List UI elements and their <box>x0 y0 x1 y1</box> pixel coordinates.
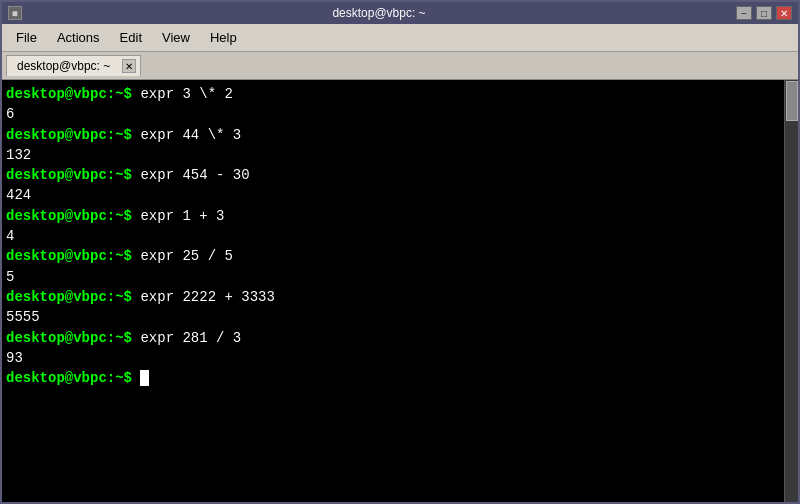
window-icon: ■ <box>8 6 22 20</box>
prompt-2: desktop@vbpc:~$ <box>6 127 132 143</box>
tab-close-button[interactable]: ✕ <box>122 59 136 73</box>
menu-help[interactable]: Help <box>200 28 247 47</box>
title-bar: ■ desktop@vbpc: ~ − □ ✕ <box>2 2 798 24</box>
output-2: 132 <box>6 145 794 165</box>
terminal-line-4: desktop@vbpc:~$ expr 1 + 3 <box>6 206 794 226</box>
tab-bar: desktop@vbpc: ~ ✕ <box>2 52 798 80</box>
prompt-4: desktop@vbpc:~$ <box>6 208 132 224</box>
terminal-area[interactable]: desktop@vbpc:~$ expr 3 \* 2 6 desktop@vb… <box>2 80 798 502</box>
scrollbar-thumb[interactable] <box>786 81 798 121</box>
menu-view[interactable]: View <box>152 28 200 47</box>
close-button[interactable]: ✕ <box>776 6 792 20</box>
scrollbar[interactable] <box>784 80 798 502</box>
prompt-5: desktop@vbpc:~$ <box>6 248 132 264</box>
output-7: 93 <box>6 348 794 368</box>
prompt-6: desktop@vbpc:~$ <box>6 289 132 305</box>
output-5: 5 <box>6 267 794 287</box>
menu-file[interactable]: File <box>6 28 47 47</box>
window-title: desktop@vbpc: ~ <box>22 6 736 20</box>
terminal-cursor <box>140 370 149 386</box>
terminal-window: ■ desktop@vbpc: ~ − □ ✕ File Actions Edi… <box>0 0 800 504</box>
terminal-line-2: desktop@vbpc:~$ expr 44 \* 3 <box>6 125 794 145</box>
window-controls: − □ ✕ <box>736 6 792 20</box>
terminal-line-current: desktop@vbpc:~$ <box>6 368 794 388</box>
terminal-line-1: desktop@vbpc:~$ expr 3 \* 2 <box>6 84 794 104</box>
output-6: 5555 <box>6 307 794 327</box>
terminal-line-5: desktop@vbpc:~$ expr 25 / 5 <box>6 246 794 266</box>
output-4: 4 <box>6 226 794 246</box>
output-3: 424 <box>6 185 794 205</box>
terminal-output: desktop@vbpc:~$ expr 3 \* 2 6 desktop@vb… <box>6 84 794 388</box>
menu-bar: File Actions Edit View Help <box>2 24 798 52</box>
minimize-button[interactable]: − <box>736 6 752 20</box>
prompt-1: desktop@vbpc:~$ <box>6 86 132 102</box>
tab-title: desktop@vbpc: ~ <box>17 59 110 73</box>
maximize-button[interactable]: □ <box>756 6 772 20</box>
prompt-current: desktop@vbpc:~$ <box>6 370 132 386</box>
prompt-7: desktop@vbpc:~$ <box>6 330 132 346</box>
terminal-tab[interactable]: desktop@vbpc: ~ ✕ <box>6 55 141 76</box>
terminal-line-3: desktop@vbpc:~$ expr 454 - 30 <box>6 165 794 185</box>
menu-edit[interactable]: Edit <box>110 28 152 47</box>
output-1: 6 <box>6 104 794 124</box>
prompt-3: desktop@vbpc:~$ <box>6 167 132 183</box>
menu-actions[interactable]: Actions <box>47 28 110 47</box>
terminal-line-6: desktop@vbpc:~$ expr 2222 + 3333 <box>6 287 794 307</box>
terminal-line-7: desktop@vbpc:~$ expr 281 / 3 <box>6 328 794 348</box>
